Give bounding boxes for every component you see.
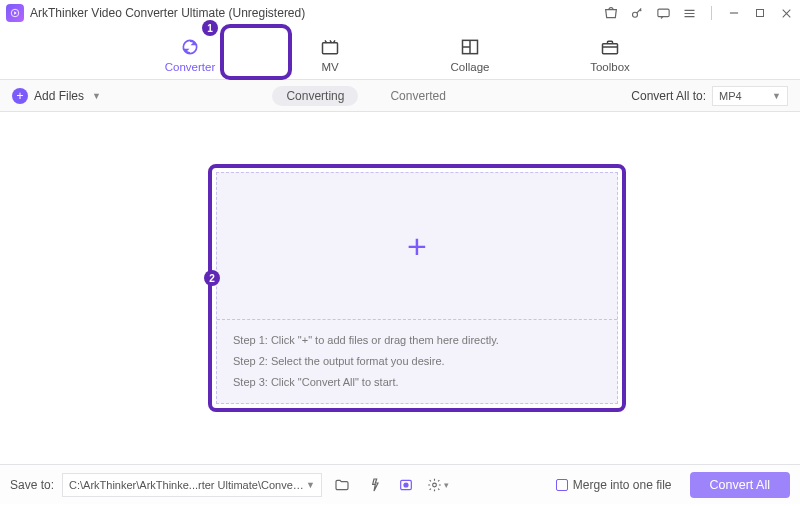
- annotation-badge-2: 2: [204, 270, 220, 286]
- tab-collage[interactable]: Collage: [435, 37, 505, 79]
- tab-toolbox[interactable]: Toolbox: [575, 37, 645, 79]
- save-to-label: Save to:: [10, 478, 54, 492]
- open-folder-button[interactable]: [330, 473, 354, 497]
- mv-icon: [320, 37, 340, 57]
- bottom-bar: Save to: C:\ArkThinker\ArkThinke...rter …: [0, 464, 800, 504]
- feedback-icon[interactable]: [655, 5, 671, 21]
- tab-label: Toolbox: [590, 61, 630, 73]
- seg-converting[interactable]: Converting: [272, 86, 358, 106]
- chevron-down-icon: ▼: [92, 91, 101, 101]
- svg-rect-4: [757, 10, 764, 17]
- tab-label: Converter: [165, 61, 216, 73]
- high-speed-button[interactable]: [394, 473, 418, 497]
- settings-button[interactable]: ▾: [426, 473, 450, 497]
- annotation-highlight-1: [220, 24, 292, 80]
- close-icon[interactable]: [778, 5, 794, 21]
- merge-checkbox[interactable]: Merge into one file: [556, 478, 672, 492]
- svg-rect-3: [657, 9, 668, 17]
- main-tabs: 1 Converter MV Collage Toolbox: [0, 26, 800, 80]
- app-title: ArkThinker Video Converter Ultimate (Unr…: [30, 6, 305, 20]
- shop-icon[interactable]: [603, 5, 619, 21]
- toolbar: + Add Files ▼ Converting Converted Conve…: [0, 80, 800, 112]
- drop-zone-top: +: [217, 173, 617, 320]
- collage-icon: [460, 37, 480, 57]
- menu-icon[interactable]: [681, 5, 697, 21]
- step-text: Step 3: Click "Convert All" to start.: [233, 372, 601, 393]
- app-logo-icon: [6, 4, 24, 22]
- plus-icon: +: [12, 88, 28, 104]
- chevron-down-icon: ▼: [772, 91, 781, 101]
- status-segmented: Converting Converted: [272, 86, 459, 106]
- convert-all-button[interactable]: Convert All: [690, 472, 790, 498]
- add-files-label: Add Files: [34, 89, 84, 103]
- svg-rect-10: [603, 44, 618, 54]
- step-text: Step 1: Click "+" to add files or drag t…: [233, 330, 601, 351]
- chevron-down-icon: ▾: [444, 480, 449, 490]
- add-plus-icon[interactable]: +: [407, 229, 427, 263]
- toolbox-icon: [600, 37, 620, 57]
- output-format-value: MP4: [719, 90, 742, 102]
- svg-point-13: [433, 483, 437, 487]
- svg-marker-1: [14, 11, 17, 14]
- merge-label: Merge into one file: [573, 478, 672, 492]
- drop-zone[interactable]: + Step 1: Click "+" to add files or drag…: [216, 172, 618, 404]
- converter-icon: [180, 37, 200, 57]
- convert-all-to: Convert All to: MP4 ▼: [631, 86, 788, 106]
- tab-mv[interactable]: MV: [295, 37, 365, 79]
- svg-marker-6: [193, 43, 196, 45]
- svg-point-2: [632, 12, 637, 17]
- save-path-value: C:\ArkThinker\ArkThinke...rter Ultimate\…: [69, 479, 304, 491]
- tab-label: Collage: [451, 61, 490, 73]
- tab-converter[interactable]: Converter: [155, 37, 225, 79]
- key-icon[interactable]: [629, 5, 645, 21]
- gpu-accel-button[interactable]: [362, 473, 386, 497]
- save-path-field[interactable]: C:\ArkThinker\ArkThinke...rter Ultimate\…: [62, 473, 322, 497]
- svg-marker-7: [184, 50, 187, 52]
- checkbox-icon: [556, 479, 568, 491]
- title-bar: ArkThinker Video Converter Ultimate (Unr…: [0, 0, 800, 26]
- convert-all-to-label: Convert All to:: [631, 89, 706, 103]
- output-format-select[interactable]: MP4 ▼: [712, 86, 788, 106]
- svg-rect-8: [323, 43, 338, 54]
- chevron-down-icon: ▼: [306, 480, 315, 490]
- drop-instructions: Step 1: Click "+" to add files or drag t…: [217, 320, 617, 403]
- add-files-button[interactable]: + Add Files ▼: [12, 88, 101, 104]
- seg-converted[interactable]: Converted: [376, 86, 459, 106]
- divider: [711, 6, 712, 20]
- step-text: Step 2: Select the output format you des…: [233, 351, 601, 372]
- main-area: 2 + Step 1: Click "+" to add files or dr…: [0, 112, 800, 464]
- tab-label: MV: [321, 61, 338, 73]
- svg-point-12: [404, 483, 408, 487]
- maximize-icon[interactable]: [752, 5, 768, 21]
- annotation-badge-1: 1: [202, 20, 218, 36]
- minimize-icon[interactable]: [726, 5, 742, 21]
